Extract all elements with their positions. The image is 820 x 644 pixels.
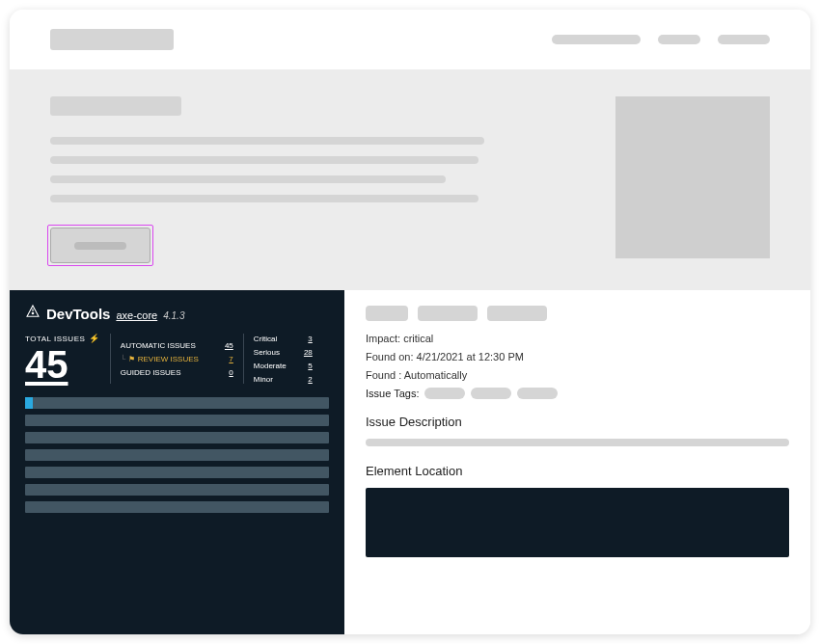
- hero-text-placeholder: [50, 137, 484, 145]
- issue-list: [25, 397, 329, 513]
- issue-list-item[interactable]: [25, 449, 329, 461]
- app-window: DevTools axe-core 4.1.3 TOTAL ISSUES ⚡ 4…: [10, 10, 810, 634]
- hero-cta-button[interactable]: [50, 228, 150, 263]
- flag-icon: ⚑: [128, 355, 135, 363]
- devtools-sidebar: DevTools axe-core 4.1.3 TOTAL ISSUES ⚡ 4…: [10, 290, 344, 634]
- hero-text-placeholder: [50, 195, 478, 202]
- severity-serious-row[interactable]: Serious 28: [254, 348, 313, 357]
- hero-image-placeholder: [615, 96, 770, 258]
- hero-title-placeholder: [50, 96, 181, 116]
- devtools-stats: TOTAL ISSUES ⚡ 45 AUTOMATIC ISSUES 45 ⚑R…: [25, 334, 329, 384]
- issue-tag-placeholder[interactable]: [517, 388, 558, 399]
- nav-link-placeholder[interactable]: [658, 35, 700, 44]
- axecore-link[interactable]: axe-core: [116, 309, 157, 321]
- page-header: [10, 10, 810, 69]
- severity-minor-row[interactable]: Minor 2: [254, 375, 313, 384]
- axecore-version: 4.1.3: [163, 310, 184, 321]
- detail-action-row: [366, 306, 789, 321]
- devtools-panel: DevTools axe-core 4.1.3 TOTAL ISSUES ⚡ 4…: [10, 290, 810, 634]
- bolt-icon: ⚡: [89, 334, 100, 343]
- severity-critical-row[interactable]: Critical 3: [254, 335, 313, 343]
- detail-pill-placeholder[interactable]: [418, 306, 478, 321]
- issue-tag-placeholder[interactable]: [424, 388, 465, 399]
- issue-types-block: AUTOMATIC ISSUES 45 ⚑REVIEW ISSUES 7 GUI…: [110, 334, 233, 384]
- element-location-heading: Element Location: [366, 464, 789, 478]
- axe-logo-icon: [25, 304, 41, 319]
- hero-content: [50, 96, 577, 263]
- hero-section: [10, 69, 810, 290]
- issue-list-item[interactable]: [25, 432, 329, 443]
- detail-pill-placeholder[interactable]: [366, 306, 408, 321]
- issue-list-item[interactable]: [25, 501, 329, 513]
- issue-list-item[interactable]: [25, 397, 329, 409]
- severity-moderate-row[interactable]: Moderate 5: [254, 362, 313, 370]
- devtools-title: DevTools: [46, 306, 110, 322]
- severity-block: Critical 3 Serious 28 Moderate 5 Minor 2: [243, 334, 313, 384]
- automatic-issues-row[interactable]: AUTOMATIC ISSUES 45: [121, 341, 233, 350]
- issue-list-item[interactable]: [25, 467, 329, 478]
- nav-link-placeholder[interactable]: [552, 35, 641, 44]
- total-issues-block: TOTAL ISSUES ⚡ 45: [25, 334, 100, 384]
- review-issues-row[interactable]: ⚑REVIEW ISSUES 7: [121, 355, 233, 363]
- button-label-placeholder: [74, 242, 126, 250]
- devtools-title-row: DevTools axe-core 4.1.3: [25, 304, 329, 322]
- issue-list-item[interactable]: [25, 484, 329, 496]
- issue-tags-row: Issue Tags:: [366, 388, 789, 399]
- issue-description-heading: Issue Description: [366, 415, 789, 429]
- site-logo-placeholder: [50, 29, 174, 50]
- hero-text-placeholder: [50, 175, 446, 183]
- issue-detail-panel: Impact: critical Found on: 4/21/2021 at …: [344, 290, 810, 634]
- issue-tags-label: Issue Tags:: [366, 388, 419, 399]
- impact-line: Impact: critical: [366, 333, 789, 344]
- issue-tag-placeholder[interactable]: [471, 388, 511, 399]
- guided-issues-row[interactable]: GUIDED ISSUES 0: [121, 368, 233, 377]
- svg-point-0: [32, 312, 34, 314]
- nav-link-placeholder[interactable]: [718, 35, 770, 44]
- found-on-line: Found on: 4/21/2021 at 12:30 PM: [366, 351, 789, 362]
- found-method-line: Found : Automatically: [366, 369, 789, 381]
- total-issues-label: TOTAL ISSUES ⚡: [25, 334, 100, 343]
- element-location-code[interactable]: [366, 488, 789, 557]
- total-issues-count[interactable]: 45: [25, 345, 100, 384]
- hero-text-placeholder: [50, 156, 478, 164]
- nav-items: [552, 35, 770, 44]
- issue-list-item[interactable]: [25, 415, 329, 426]
- detail-pill-placeholder[interactable]: [487, 306, 547, 321]
- issue-description-placeholder: [366, 439, 789, 446]
